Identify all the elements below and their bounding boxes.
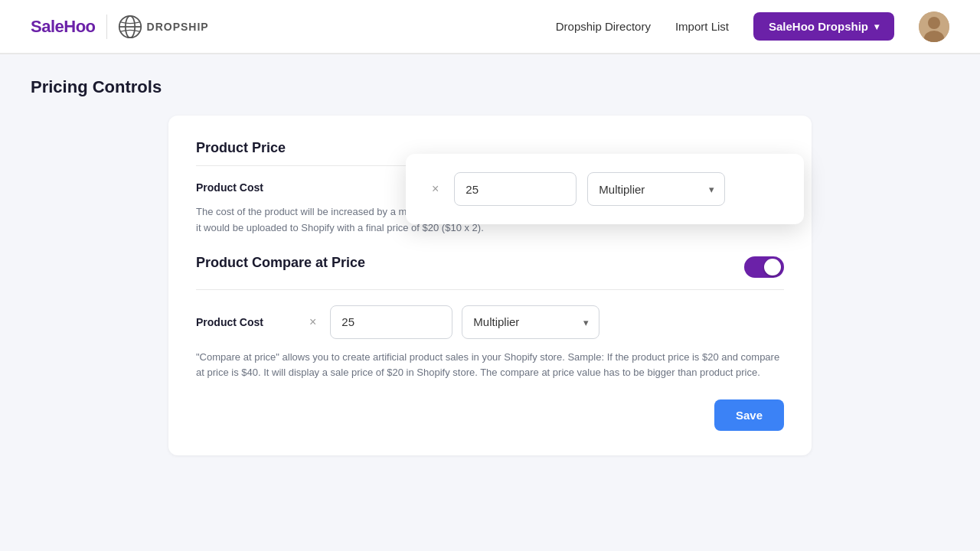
toggle-slider: [744, 256, 784, 278]
compare-close-button[interactable]: ×: [305, 313, 321, 331]
compare-cost-label: Product Cost: [196, 316, 296, 328]
compare-price-toggle[interactable]: [744, 256, 784, 278]
save-button[interactable]: Save: [714, 399, 784, 431]
popup-value-input[interactable]: [454, 172, 577, 206]
svg-point-4: [928, 17, 940, 29]
globe-icon: [118, 15, 142, 39]
logo-group: SaleHoo DROPSHIP: [31, 15, 209, 39]
dropship-label: DROPSHIP: [147, 21, 209, 33]
dropship-logo: DROPSHIP: [118, 15, 209, 39]
avatar-image: [919, 11, 949, 42]
logo-divider: [106, 15, 107, 39]
nav-import-list[interactable]: Import List: [675, 20, 729, 33]
compare-price-section: Product Compare at Price Product Cost ×: [196, 255, 784, 382]
popup-type-select[interactable]: Multiplier Fixed Markup Fixed Price: [587, 172, 725, 206]
avatar[interactable]: [919, 11, 949, 42]
popup-type-select-wrapper: Multiplier Fixed Markup Fixed Price ▾: [587, 172, 725, 206]
product-cost-label: Product Cost: [196, 181, 296, 194]
page-title: Pricing Controls: [31, 77, 949, 97]
salehoo-dropship-button[interactable]: SaleHoo Dropship ▾: [753, 12, 894, 41]
compare-price-description: "Compare at price" allows you to create …: [196, 350, 784, 382]
compare-value-input[interactable]: [330, 305, 452, 339]
compare-type-select-wrapper: Multiplier Fixed Markup Fixed Price ▾: [462, 305, 599, 339]
save-btn-row: Save: [196, 399, 784, 431]
compare-section-header: Product Compare at Price: [196, 255, 784, 280]
popup-overlay: × Multiplier Fixed Markup Fixed Price ▾: [406, 154, 804, 224]
compare-type-select[interactable]: Multiplier Fixed Markup Fixed Price: [462, 305, 599, 339]
pricing-card: × Multiplier Fixed Markup Fixed Price ▾ …: [168, 116, 812, 455]
compare-price-title: Product Compare at Price: [196, 255, 365, 271]
compare-price-divider: [196, 289, 784, 290]
compare-cost-row: Product Cost × Multiplier Fixed Markup F…: [196, 305, 784, 339]
header-nav: Dropship Directory Import List SaleHoo D…: [556, 11, 949, 42]
page-content: Pricing Controls × Multiplier Fixed Mark…: [0, 54, 980, 478]
chevron-down-icon: ▾: [874, 21, 879, 32]
popup-close-button[interactable]: ×: [427, 180, 443, 198]
nav-dropship-directory[interactable]: Dropship Directory: [556, 20, 651, 33]
close-icon: ×: [432, 182, 439, 195]
header: SaleHoo DROPSHIP Dropship Directory Impo…: [0, 0, 980, 54]
close-icon: ×: [309, 315, 316, 328]
salehoo-logo: SaleHoo: [31, 17, 96, 37]
